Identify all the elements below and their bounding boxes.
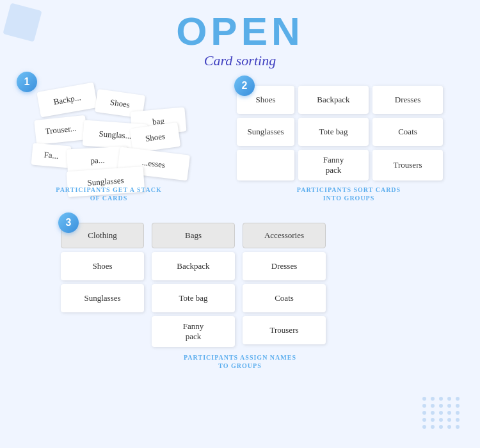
- group-accessories-dresses: Dresses: [243, 252, 326, 280]
- group-clothing: Clothing Shoes Sunglasses: [61, 223, 144, 347]
- sort-card-empty: [237, 150, 294, 180]
- stack-card-1: Backp...: [36, 82, 98, 117]
- title-sub: Card sorting: [0, 52, 480, 69]
- sort-card-sunglasses: Sunglasses: [237, 118, 294, 146]
- group-bags-fannypack: Fannypack: [152, 316, 235, 347]
- step1-area: 1 Backp... Shoes bag Trouser... Sunglas.…: [19, 74, 198, 202]
- dots-decoration: [422, 397, 461, 429]
- group-bags-backpack: Backpack: [152, 252, 235, 280]
- stack-card-7: Fa...: [31, 143, 72, 168]
- group-accessories-header: Accessories: [243, 223, 326, 248]
- step2-label: PARTICIPANTS SORT CARDSINTO GROUPS: [237, 186, 461, 202]
- sort-card-fannypack: Fannypack: [298, 150, 369, 180]
- sort-card-coats: Coats: [372, 118, 443, 146]
- group-clothing-shoes: Shoes: [61, 252, 144, 280]
- row2: 3 Clothing Shoes Sunglasses Bags Backpac…: [19, 211, 461, 370]
- main-content: 1 Backp... Shoes bag Trouser... Sunglas.…: [0, 74, 480, 370]
- step3-bubble: 3: [58, 212, 79, 233]
- stack-card-4: Trouser...: [34, 115, 88, 145]
- sort-card-totebag: Tote bag: [298, 118, 369, 146]
- sort-card-trousers: Trousers: [372, 150, 443, 180]
- step1-bubble: 1: [17, 72, 37, 92]
- step2-bubble: 2: [234, 76, 255, 96]
- step2-area: 2 Shoes Backpack Dresses Sunglasses Tote…: [218, 74, 461, 202]
- group-accessories-coats: Coats: [243, 284, 326, 312]
- row1: 1 Backp... Shoes bag Trouser... Sunglas.…: [19, 74, 461, 202]
- step2-cards-grid: Shoes Backpack Dresses Sunglasses Tote b…: [237, 86, 461, 180]
- step3-groups: Clothing Shoes Sunglasses Bags Backpack …: [61, 223, 432, 347]
- group-bags-header: Bags: [152, 223, 235, 248]
- group-bags: Bags Backpack Tote bag Fannypack: [152, 223, 235, 347]
- step1-card-stack: Backp... Shoes bag Trouser... Sunglas...…: [32, 87, 186, 189]
- step1-label: PARTICIPANTS GET A STACKOF CARDS: [19, 186, 198, 202]
- group-bags-totebag: Tote bag: [152, 284, 235, 312]
- group-clothing-sunglasses: Sunglasses: [61, 284, 144, 312]
- page-header: OPEN Card sorting: [0, 0, 480, 74]
- step3-label: PARTICIPANTS ASSIGN NAMESTO GROUPS: [48, 353, 432, 370]
- sort-card-dresses: Dresses: [372, 86, 443, 114]
- group-accessories: Accessories Dresses Coats Trousers: [243, 223, 326, 347]
- step3-area: 3 Clothing Shoes Sunglasses Bags Backpac…: [48, 211, 432, 370]
- sort-card-backpack: Backpack: [298, 86, 369, 114]
- group-accessories-trousers: Trousers: [243, 316, 326, 344]
- title-open: OPEN: [0, 12, 480, 51]
